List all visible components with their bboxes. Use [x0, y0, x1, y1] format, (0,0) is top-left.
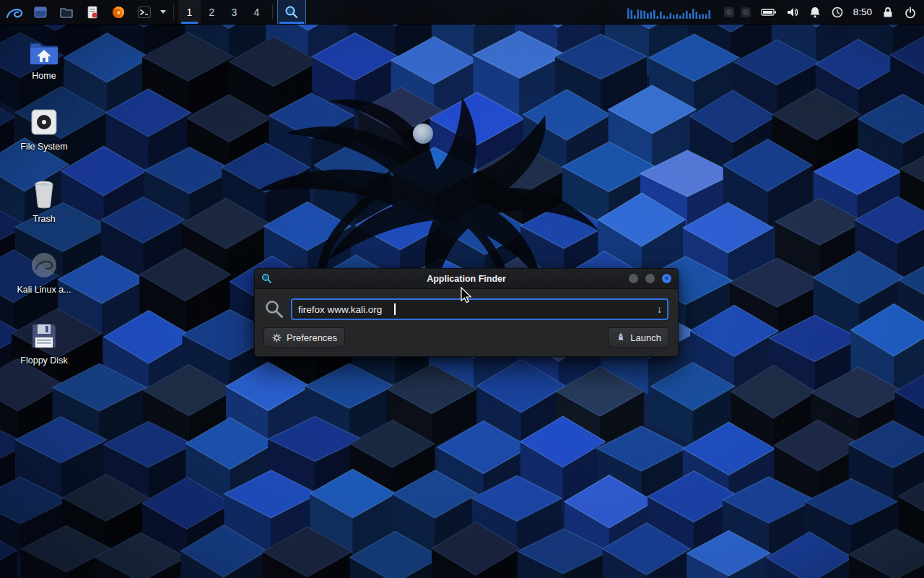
search-input[interactable] [291, 298, 668, 320]
window-icon [33, 5, 48, 20]
window-body: ↓ Preferences Launch [255, 289, 678, 356]
launch-button[interactable]: Launch [608, 327, 669, 348]
minimize-button[interactable] [629, 274, 638, 283]
text-editor-icon [85, 5, 100, 20]
workspace-button-3[interactable]: 3 [223, 0, 245, 24]
workspace-button-1[interactable]: 1 [178, 0, 201, 24]
desktop-icon-label: Floppy Disk [20, 355, 67, 366]
applications-menu-button[interactable] [0, 0, 27, 24]
notification-bell-icon[interactable] [808, 6, 821, 19]
taskbar-terminal-button[interactable] [131, 0, 157, 24]
home-folder-icon [28, 38, 60, 66]
taskbar-firefox-button[interactable] [105, 0, 131, 24]
magnifier-icon [284, 5, 299, 20]
kali-linux-icon [29, 250, 59, 280]
workspace-label: 1 [187, 7, 193, 18]
search-row: ↓ [264, 298, 668, 320]
desktop-icon-label: Kali Linux a... [17, 285, 71, 295]
button-row: Preferences Launch [262, 327, 671, 348]
search-icon [264, 299, 284, 319]
lock-screen-icon[interactable] [881, 6, 894, 19]
launch-label: Launch [630, 332, 661, 343]
preferences-label: Preferences [287, 332, 337, 343]
chevron-down-icon [160, 9, 167, 14]
desktop-icon-label: Home [32, 71, 56, 81]
battery-icon[interactable] [761, 7, 777, 17]
firefox-icon [111, 5, 126, 20]
tray-icon[interactable] [740, 7, 751, 18]
taskbar-file-manager-button[interactable] [53, 0, 79, 24]
application-finder-window: Application Finder × ↓ [254, 268, 679, 357]
floppy-disk-icon [29, 321, 59, 351]
gear-icon [271, 332, 282, 343]
history-dropdown-icon[interactable]: ↓ [657, 303, 662, 315]
workspace-label: 2 [209, 7, 215, 18]
kali-logo-icon [4, 3, 23, 22]
taskbar-application-finder-button[interactable] [277, 0, 306, 24]
window-controls: × [629, 274, 671, 283]
desktop-icon-label: File System [20, 142, 67, 152]
system-tray [723, 7, 751, 18]
desktop-icon-column: Home File System Trash Kali Linux a... [7, 38, 81, 366]
workspace-label: 3 [232, 7, 237, 18]
terminal-icon [137, 5, 152, 20]
preferences-button[interactable]: Preferences [263, 327, 345, 348]
taskbar-window-button[interactable] [27, 0, 53, 24]
trash-icon [30, 178, 58, 210]
desktop-icon-home[interactable]: Home [7, 38, 81, 81]
search-entry: ↓ [291, 298, 668, 320]
tray-icon[interactable] [723, 7, 735, 18]
desktop-icon-file-system[interactable]: File System [7, 107, 81, 152]
window-magnifier-icon [261, 273, 272, 284]
launch-icon [616, 332, 626, 342]
panel-right: 8:50 [627, 0, 924, 24]
desktop: { "panel": { "workspaces": { "items": ["… [0, 0, 924, 578]
top-panel: 1 2 3 4 [0, 0, 924, 25]
taskbar-group-chevron[interactable] [157, 0, 169, 24]
logout-power-icon[interactable] [904, 6, 917, 19]
titlebar[interactable]: Application Finder × [255, 269, 678, 289]
workspace-label: 4 [254, 7, 260, 18]
volume-icon[interactable] [786, 6, 799, 19]
update-status-icon[interactable] [831, 6, 844, 19]
audio-visualizer-widget [627, 4, 714, 20]
close-icon: × [665, 275, 668, 282]
workspace-button-2[interactable]: 2 [201, 0, 223, 24]
window-title: Application Finder [255, 274, 678, 284]
panel-separator [272, 4, 273, 20]
desktop-icon-label: Trash [32, 214, 56, 224]
file-system-drive-icon [29, 107, 59, 137]
desktop-icon-floppy-disk[interactable]: Floppy Disk [7, 321, 81, 366]
maximize-button[interactable] [645, 274, 655, 283]
workspace-button-4[interactable]: 4 [245, 0, 268, 24]
taskbar-text-editor-button[interactable] [79, 0, 105, 24]
panel-left: 1 2 3 4 [0, 0, 306, 24]
panel-separator [173, 4, 174, 20]
desktop-icon-trash[interactable]: Trash [7, 178, 81, 224]
panel-clock[interactable]: 8:50 [853, 7, 872, 17]
close-button[interactable]: × [662, 274, 671, 283]
desktop-icon-kali-linux[interactable]: Kali Linux a... [7, 250, 81, 295]
file-manager-icon [59, 5, 74, 20]
